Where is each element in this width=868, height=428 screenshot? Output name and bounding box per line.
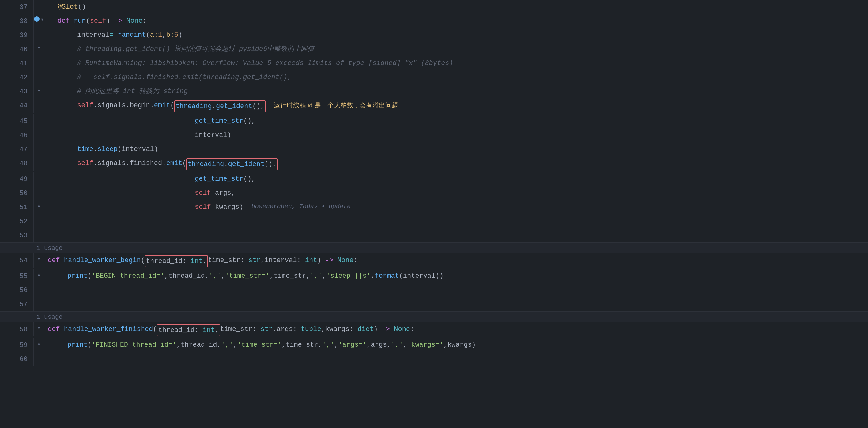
line-indicator xyxy=(34,172,45,176)
line-number: 59 xyxy=(0,338,34,352)
line-content: def handle_worker_begin(thread_id: int, … xyxy=(45,254,868,269)
line-content: self.args, xyxy=(45,186,868,200)
line-content: print('FINISHED thread_id=', thread_id, … xyxy=(45,338,868,352)
line-number: 45 xyxy=(0,114,34,128)
line-content: # threading.get_ident() 返回的值可能会超过 pyside… xyxy=(45,42,868,56)
line-indicator[interactable]: ▾ xyxy=(34,322,45,333)
line-number: 46 xyxy=(0,128,34,142)
line-indicator xyxy=(34,0,45,4)
line-number: 39 xyxy=(0,28,34,42)
line-indicator xyxy=(34,128,45,132)
line-indicator xyxy=(34,157,45,160)
line-row: 50 self.args, xyxy=(0,186,868,200)
line-row: 49 get_time_str(), xyxy=(0,172,868,186)
line-indicator[interactable]: ▴ xyxy=(34,269,45,279)
line-indicator xyxy=(34,28,45,32)
line-indicator[interactable]: ▴ xyxy=(34,200,45,210)
line-row: 40 ▾ # threading.get_ident() 返回的值可能会超过 p… xyxy=(0,42,868,56)
line-content xyxy=(45,214,868,228)
line-content: # RuntimeWarning: libshiboken: Overflow:… xyxy=(45,56,868,70)
line-row: 60 xyxy=(0,352,868,366)
line-number: 42 xyxy=(0,70,34,85)
line-row: 39 interval = randint( a: 1, b: 5) xyxy=(0,28,868,42)
line-number: 60 xyxy=(0,352,34,366)
line-row: 43 ▴ # 因此这里将 int 转换为 string xyxy=(0,85,868,99)
usage-line: 1 usage xyxy=(0,311,868,322)
line-content xyxy=(45,352,868,366)
line-row: 55 ▴ print('BEGIN thread_id=', thread_id… xyxy=(0,269,868,283)
line-row: 48 self.signals.finished.emit(threading.… xyxy=(0,157,868,172)
line-number: 40 xyxy=(0,42,34,56)
line-content: interval) xyxy=(45,128,868,142)
line-row: 41 # RuntimeWarning: libshiboken: Overfl… xyxy=(0,56,868,70)
code-editor: 37 @Slot() 38 ▾ def run(self) -> None: 3… xyxy=(0,0,868,428)
line-indicator xyxy=(34,352,45,356)
line-number: 37 xyxy=(0,0,34,14)
line-number: 51 xyxy=(0,200,34,214)
line-indicator[interactable]: ▴ xyxy=(34,85,45,95)
debug-breakpoint[interactable] xyxy=(34,16,39,22)
line-content: @Slot() xyxy=(45,0,868,14)
line-row: 38 ▾ def run(self) -> None: xyxy=(0,14,868,28)
line-content: # self.signals.finished.emit(threading.g… xyxy=(45,70,868,85)
line-indicator xyxy=(34,228,45,232)
line-number: 57 xyxy=(0,297,34,311)
line-number: 50 xyxy=(0,186,34,200)
line-number: 54 xyxy=(0,254,34,268)
line-content: # 因此这里将 int 转换为 string xyxy=(45,85,868,99)
line-row: 56 xyxy=(0,283,868,297)
line-row: 45 get_time_str(), xyxy=(0,114,868,128)
line-content xyxy=(45,228,868,242)
line-content: interval = randint( a: 1, b: 5) xyxy=(45,28,868,42)
usage-line: 1 usage xyxy=(0,242,868,254)
line-content: def handle_worker_finished(thread_id: in… xyxy=(45,322,868,338)
line-indicator[interactable]: ▾ xyxy=(34,42,45,53)
line-number: 41 xyxy=(0,56,34,70)
fold-arrow[interactable]: ▾ xyxy=(41,16,44,23)
line-indicator xyxy=(34,99,45,102)
line-content: time.sleep(interval) xyxy=(45,142,868,157)
line-indicator xyxy=(34,297,45,301)
line-indicator xyxy=(34,114,45,118)
line-content: get_time_str(), xyxy=(45,114,868,128)
line-number: 38 xyxy=(0,14,34,28)
line-indicator xyxy=(34,283,45,287)
line-number: 44 xyxy=(0,99,34,113)
line-indicator[interactable]: ▾ xyxy=(34,254,45,264)
line-number: 48 xyxy=(0,157,34,170)
line-indicator xyxy=(34,56,45,60)
line-row: 44 self.signals.begin.emit(threading.get… xyxy=(0,99,868,114)
line-row: 51 ▴ self.kwargs) bowenerchen, Today • u… xyxy=(0,200,868,214)
line-content: def run(self) -> None: xyxy=(45,14,868,28)
line-content: self.signals.begin.emit(threading.get_id… xyxy=(45,99,868,114)
line-row: 54 ▾ def handle_worker_begin(thread_id: … xyxy=(0,254,868,269)
line-number: 55 xyxy=(0,269,34,283)
line-row: 47 time.sleep(interval) xyxy=(0,142,868,157)
line-content: self.signals.finished.emit(threading.get… xyxy=(45,157,868,172)
line-number: 53 xyxy=(0,228,34,242)
line-row: 37 @Slot() xyxy=(0,0,868,14)
usage-text: 1 usage xyxy=(37,314,62,321)
line-indicator xyxy=(34,214,45,218)
line-row: 53 xyxy=(0,228,868,242)
line-content: print('BEGIN thread_id=', thread_id, ','… xyxy=(45,269,868,283)
line-number: 47 xyxy=(0,142,34,157)
line-content xyxy=(45,283,868,297)
line-number: 52 xyxy=(0,214,34,228)
line-row: 52 xyxy=(0,214,868,228)
line-number: 58 xyxy=(0,322,34,336)
line-row: 57 xyxy=(0,297,868,311)
line-number: 56 xyxy=(0,283,34,297)
line-content: self.kwargs) bowenerchen, Today • update xyxy=(45,200,868,214)
line-content: get_time_str(), xyxy=(45,172,868,186)
line-row: 46 interval) xyxy=(0,128,868,142)
line-row: 59 ▴ print('FINISHED thread_id=', thread… xyxy=(0,338,868,352)
line-number: 43 xyxy=(0,85,34,99)
line-number: 49 xyxy=(0,172,34,186)
line-row: 42 # self.signals.finished.emit(threadin… xyxy=(0,70,868,85)
line-row: 58 ▾ def handle_worker_finished(thread_i… xyxy=(0,322,868,338)
usage-text: 1 usage xyxy=(37,244,62,252)
line-indicator xyxy=(34,70,45,74)
line-indicator[interactable]: ▴ xyxy=(34,338,45,349)
line-indicator[interactable]: ▾ xyxy=(34,14,45,25)
